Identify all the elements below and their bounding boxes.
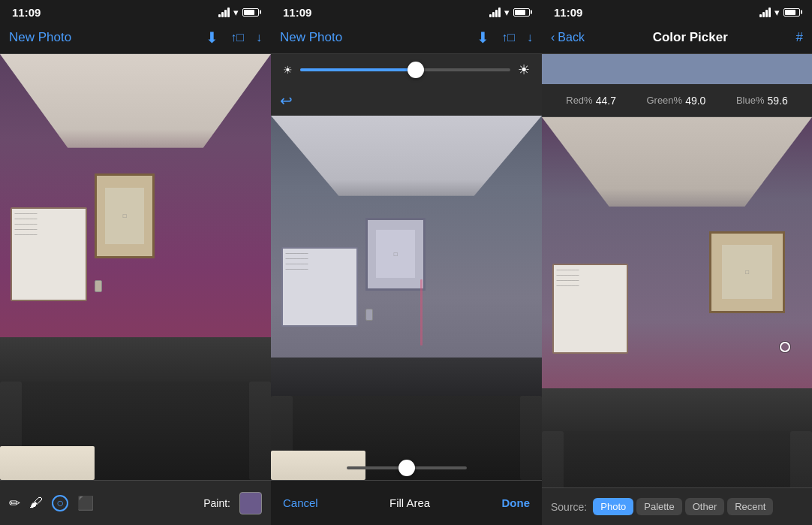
sofa-back-1 (0, 337, 271, 388)
whiteboard-2: ———————————————————————— (281, 247, 357, 327)
blue-value: 59.6 (767, 95, 787, 107)
nav-icons-2: ⬇ ↑□ ↓ (477, 29, 533, 47)
color-picker-crosshair (780, 342, 790, 352)
cart-download-icon-2[interactable]: ⬇ (477, 29, 489, 47)
nav-bar-1: New Photo ⬇ ↑□ ↓ (0, 21, 271, 54)
eraser-icon[interactable]: ⬛ (77, 495, 94, 511)
sofa-arm-right-2 (520, 396, 542, 480)
time-2: 11:09 (283, 6, 311, 19)
back-button[interactable]: ‹ Back (551, 31, 585, 44)
ceiling-3 (542, 117, 812, 207)
time-1: 11:09 (12, 6, 41, 19)
brightness-fill (300, 68, 416, 71)
ceiling-2 (271, 116, 542, 196)
rgb-row: Red% 44.7 Green% 49.0 Blue% 59.6 (542, 84, 812, 117)
wifi-icon-1: ▾ (233, 7, 239, 18)
ceiling-1 (0, 54, 271, 148)
status-bar-3: 11:09 ▾ (542, 0, 812, 21)
source-tab-recent[interactable]: Recent (727, 498, 773, 515)
phone-1: 11:09 ▾ New Photo ⬇ ↑□ ↓ ——— (0, 0, 271, 525)
brightness-thumb[interactable] (408, 62, 424, 78)
sun-large-icon: ☀ (518, 62, 530, 78)
source-tab-other[interactable]: Other (685, 498, 725, 515)
paint-label: Paint: (203, 497, 230, 509)
nav-title-1: New Photo (9, 30, 206, 45)
circle-tool-icon[interactable]: ○ (52, 495, 68, 511)
picture-inner-1: □ (105, 188, 143, 244)
back-label[interactable]: Back (558, 31, 585, 44)
signal-icon-3 (759, 8, 771, 17)
source-tab-palette[interactable]: Palette (636, 498, 681, 515)
picture-inner-3: □ (722, 245, 771, 299)
wifi-icon-3: ▾ (774, 7, 780, 18)
status-bar-2: 11:09 ▾ (271, 0, 542, 21)
picture-frame-3: □ (709, 231, 785, 313)
whiteboard-text-1: —————————————————————————————— (12, 209, 85, 240)
sofa-back-2 (271, 358, 542, 400)
bottom-toolbar-1: ✏ 🖌 ○ ⬛ Paint: (0, 480, 271, 525)
table-paper-1 (0, 446, 95, 480)
fill-slider-thumb[interactable] (398, 460, 415, 476)
blue-label: Blue% (736, 95, 765, 106)
green-label: Green% (646, 95, 682, 106)
green-item: Green% 49.0 (646, 95, 705, 107)
battery-icon-2 (513, 8, 530, 17)
source-tab-photo[interactable]: Photo (593, 498, 633, 515)
picture-frame-2: □ (365, 218, 425, 291)
sun-small-icon: ☀ (283, 64, 293, 76)
whiteboard-3: ———————————————————————— (552, 264, 628, 353)
whiteboard-text-2: ———————————————————————— (283, 249, 356, 274)
fill-area-slider[interactable] (347, 466, 467, 469)
red-item: Red% 44.7 (566, 95, 616, 107)
undo-button[interactable]: ↩ (280, 92, 293, 110)
brightness-bar: ☀ ☀ (271, 54, 542, 86)
download-icon-1[interactable]: ↓ (256, 31, 262, 44)
photo-area-1: —————————————————————————————— □ (0, 54, 271, 480)
wifi-icon-2: ▾ (504, 7, 510, 18)
pencil-icon[interactable]: ✏ (9, 495, 20, 511)
fill-slider-bar (347, 466, 467, 469)
green-value: 49.0 (685, 95, 705, 107)
phone-3: 11:09 ▾ ‹ Back Color Picker # Red% 44 (542, 0, 812, 525)
download-icon-2[interactable]: ↓ (527, 31, 533, 44)
brightness-slider[interactable] (300, 68, 510, 71)
photo-area-2: ———————————————————————— □ (271, 116, 542, 480)
table-paper-2 (271, 451, 365, 480)
source-tabs: Photo Palette Other Recent (593, 498, 773, 515)
picture-frame-1: □ (95, 173, 154, 258)
source-bar: Source: Photo Palette Other Recent (542, 487, 812, 525)
whiteboard-1: —————————————————————————————— (11, 207, 86, 301)
signal-icon-1 (218, 8, 230, 17)
time-3: 11:09 (554, 6, 582, 19)
red-label: Red% (566, 95, 592, 106)
fill-area-label: Fill Area (389, 496, 430, 509)
battery-icon-3 (783, 8, 800, 17)
paint-swatch[interactable] (239, 492, 262, 514)
color-picker-title: Color Picker (585, 30, 796, 45)
share-icon-2[interactable]: ↑□ (501, 31, 515, 44)
nav-bar-2: New Photo ⬇ ↑□ ↓ (271, 21, 542, 54)
nav-title-2: New Photo (280, 30, 477, 45)
nav-icons-1: ⬇ ↑□ ↓ (206, 29, 262, 47)
hash-button[interactable]: # (796, 30, 803, 45)
share-icon-1[interactable]: ↑□ (230, 31, 244, 44)
red-value: 44.7 (596, 95, 616, 107)
cart-download-icon-1[interactable]: ⬇ (206, 29, 218, 47)
toolbar-area-2: ↩ (271, 86, 542, 116)
status-icons-1: ▾ (218, 7, 259, 18)
picture-inner-2: □ (376, 230, 414, 278)
status-bar-1: 11:09 ▾ (0, 0, 271, 21)
whiteboard-text-3: ———————————————————————— (554, 265, 627, 291)
done-button[interactable]: Done (501, 496, 530, 509)
battery-icon-1 (242, 8, 259, 17)
photo-area-3[interactable]: ———————————————————————— □ (542, 117, 812, 525)
light-switch-2 (365, 309, 373, 321)
cancel-button[interactable]: Cancel (283, 496, 318, 509)
signal-icon-2 (489, 8, 501, 17)
color-preview-bar (542, 54, 812, 84)
brush-icon[interactable]: 🖌 (29, 495, 43, 511)
source-label: Source: (551, 501, 587, 513)
bottom-toolbar-2: Cancel Fill Area Done (271, 480, 542, 525)
status-icons-3: ▾ (759, 7, 800, 18)
chevron-left-icon: ‹ (551, 31, 555, 44)
